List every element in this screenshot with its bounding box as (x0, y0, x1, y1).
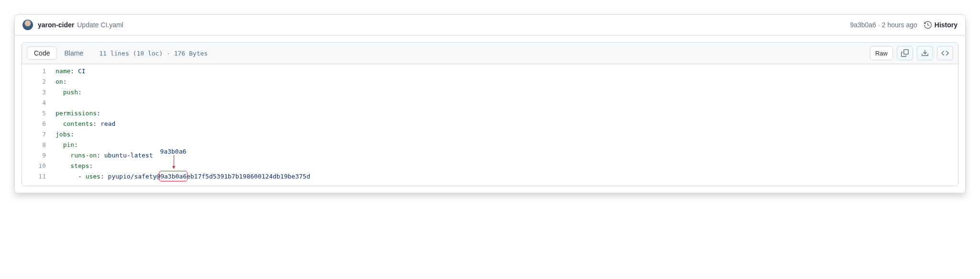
line-number: 7 (22, 129, 46, 140)
code-line (56, 98, 958, 108)
code-line: name: CI (56, 66, 958, 77)
separator: · (878, 21, 880, 29)
commit-author[interactable]: yaron-cider (38, 21, 74, 29)
line-number: 10 (22, 161, 46, 171)
history-icon (924, 21, 932, 29)
code-area: 1234567891011 9a3b0a6 name: CIon: push: … (22, 64, 958, 186)
code-line: jobs: (56, 129, 958, 140)
line-number: 4 (22, 98, 46, 108)
line-number: 1 (22, 66, 46, 77)
line-number: 6 (22, 119, 46, 129)
code-line: push: (56, 87, 958, 98)
tab-code[interactable]: Code (27, 46, 57, 60)
line-numbers: 1234567891011 (22, 66, 56, 182)
download-icon (921, 49, 929, 57)
copy-icon (901, 49, 909, 57)
line-number: 3 (22, 87, 46, 98)
line-number: 9 (22, 150, 46, 161)
avatar[interactable] (22, 20, 33, 30)
file-toolbar: Code Blame 11 lines (10 loc) · 176 Bytes… (22, 43, 958, 64)
code-line: contents: read (56, 119, 958, 129)
line-number: 8 (22, 140, 46, 150)
toolbar-actions: Raw (870, 46, 953, 60)
line-number: 5 (22, 108, 46, 119)
commit-message[interactable]: Update CI.yaml (77, 21, 123, 29)
code-icon (941, 49, 949, 57)
code-line: on: (56, 77, 958, 87)
code-line: - uses: pyupio/safety@9a3b0a6eb17f5d5391… (56, 171, 958, 182)
file-meta: 11 lines (10 loc) · 176 Bytes (99, 50, 208, 57)
code-line: permissions: (56, 108, 958, 119)
raw-button[interactable]: Raw (870, 46, 893, 60)
history-label: History (935, 21, 958, 29)
line-number: 11 (22, 171, 46, 182)
view-mode-tabs: Code Blame (27, 46, 90, 60)
commit-time: 2 hours ago (882, 21, 917, 29)
history-button[interactable]: History (924, 21, 958, 29)
code-line: runs-on: ubuntu-latest (56, 150, 958, 161)
code-line: steps: (56, 161, 958, 171)
file-view-card: yaron-cider Update CI.yaml 9a3b0a6 · 2 h… (14, 14, 966, 193)
line-number: 2 (22, 77, 46, 87)
copy-button[interactable] (897, 46, 913, 60)
symbols-button[interactable] (937, 46, 953, 60)
file-box: Code Blame 11 lines (10 loc) · 176 Bytes… (22, 42, 958, 186)
commit-sha[interactable]: 9a3b0a6 (850, 21, 876, 29)
download-button[interactable] (917, 46, 933, 60)
code-content[interactable]: 9a3b0a6 name: CIon: push: permissions: c… (56, 66, 958, 182)
code-line: pin: (56, 140, 958, 150)
latest-commit-bar: yaron-cider Update CI.yaml 9a3b0a6 · 2 h… (15, 15, 965, 35)
tab-blame[interactable]: Blame (57, 46, 90, 60)
